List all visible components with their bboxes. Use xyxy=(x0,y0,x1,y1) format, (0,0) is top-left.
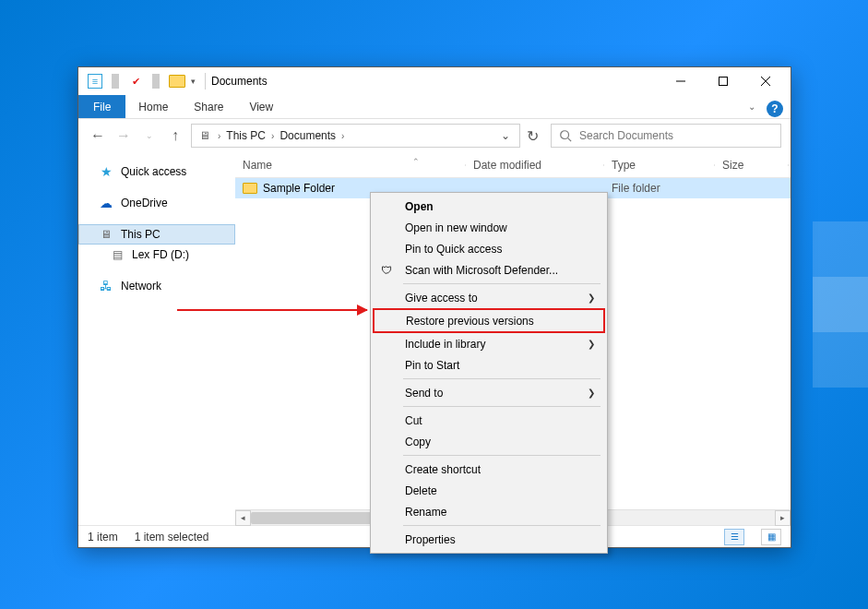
scroll-right-button[interactable]: ▸ xyxy=(775,510,791,526)
sidebar-item-onedrive[interactable]: ☁OneDrive xyxy=(78,193,235,213)
recent-dropdown[interactable]: ⌄ xyxy=(139,124,160,148)
window-title: Documents xyxy=(211,75,268,88)
sidebar-item-label: Lex FD (D:) xyxy=(132,248,189,261)
qat-properties-icon[interactable]: ≡ xyxy=(88,74,102,89)
sidebar-item-label: Network xyxy=(121,280,161,293)
ctx-create-shortcut[interactable]: Create shortcut xyxy=(374,459,604,480)
ctx-label: Send to xyxy=(405,387,443,400)
ctx-send-to[interactable]: Send to❯ xyxy=(374,382,604,403)
drive-icon: ▤ xyxy=(110,247,125,262)
help-button[interactable]: ? xyxy=(767,101,783,117)
ctx-separator xyxy=(403,406,600,407)
svg-line-5 xyxy=(568,138,572,142)
qat-sep xyxy=(112,74,119,89)
sidebar-item-label: Quick access xyxy=(121,165,186,178)
ribbon-expand-icon[interactable]: ⌄ xyxy=(741,95,763,118)
file-tab[interactable]: File xyxy=(78,95,125,118)
ctx-separator xyxy=(403,525,600,526)
refresh-button[interactable]: ↻ xyxy=(519,124,545,148)
pc-icon: 🖥 xyxy=(197,128,212,143)
col-date[interactable]: Date modified xyxy=(466,159,604,172)
search-icon xyxy=(559,129,572,142)
pc-icon: 🖥 xyxy=(99,227,113,242)
quick-access-toolbar: ≡ ✔ ▾ xyxy=(82,74,199,89)
ctx-label: Include in library xyxy=(405,338,485,351)
col-name-label: Name xyxy=(243,159,272,172)
star-icon: ★ xyxy=(99,164,113,179)
sidebar-item-drive-d[interactable]: ▤Lex FD (D:) xyxy=(78,245,235,265)
ctx-open[interactable]: Open xyxy=(374,196,604,217)
address-bar[interactable]: 🖥 › This PC › Documents › ⌄ xyxy=(191,124,520,148)
sidebar-item-this-pc[interactable]: 🖥This PC xyxy=(78,224,235,245)
col-size[interactable]: Size xyxy=(715,159,789,172)
ctx-label: Scan with Microsoft Defender... xyxy=(405,264,558,277)
status-item-count: 1 item xyxy=(88,531,118,543)
ctx-open-new-window[interactable]: Open in new window xyxy=(374,217,604,238)
context-menu: Open Open in new window Pin to Quick acc… xyxy=(370,192,608,554)
chevron-right-icon: ❯ xyxy=(588,339,595,349)
status-selected-count: 1 item selected xyxy=(135,531,209,543)
qat-sep xyxy=(152,74,160,89)
ctx-separator xyxy=(403,455,600,456)
ctx-separator xyxy=(403,378,600,379)
back-button[interactable]: ← xyxy=(88,124,108,148)
column-headers: Name⌃ Date modified Type Size xyxy=(235,152,791,178)
qat-check-icon[interactable]: ✔ xyxy=(128,74,143,89)
file-name: Sample Folder xyxy=(263,182,335,195)
tab-share[interactable]: Share xyxy=(181,95,236,118)
search-box[interactable]: Search Documents xyxy=(551,124,781,148)
ctx-separator xyxy=(403,283,600,284)
chevron-right-icon: ❯ xyxy=(588,388,595,398)
ctx-rename[interactable]: Rename xyxy=(374,501,604,522)
network-icon: 🖧 xyxy=(99,279,113,293)
ctx-give-access[interactable]: Give access to❯ xyxy=(374,287,604,308)
view-details-button[interactable]: ☰ xyxy=(724,529,744,545)
ctx-restore-previous-versions[interactable]: Restore previous versions xyxy=(375,310,603,331)
qat-folder-icon xyxy=(169,75,185,88)
nav-row: ← → ⌄ ↑ 🖥 › This PC › Documents › ⌄ ↻ Se… xyxy=(78,119,791,152)
qat-caret-icon[interactable]: ▾ xyxy=(191,77,196,86)
maximize-button[interactable] xyxy=(702,67,744,95)
cloud-icon: ☁ xyxy=(99,196,113,210)
col-type[interactable]: Type xyxy=(604,159,715,172)
ctx-pin-quick-access[interactable]: Pin to Quick access xyxy=(374,238,604,259)
navigation-pane: ★Quick access ☁OneDrive 🖥This PC ▤Lex FD… xyxy=(78,152,235,525)
ctx-pin-start[interactable]: Pin to Start xyxy=(374,354,604,376)
ctx-label: Give access to xyxy=(405,292,478,304)
sidebar-item-label: OneDrive xyxy=(121,197,168,209)
shield-icon: 🛡 xyxy=(379,263,394,278)
ctx-include-library[interactable]: Include in library❯ xyxy=(374,333,604,354)
tab-view[interactable]: View xyxy=(236,95,286,118)
sidebar-item-quick-access[interactable]: ★Quick access xyxy=(78,161,235,182)
chevron-right-icon: › xyxy=(212,131,226,141)
ctx-delete[interactable]: Delete xyxy=(374,480,604,501)
desktop-accent xyxy=(813,221,868,388)
ctx-cut[interactable]: Cut xyxy=(374,410,604,431)
chevron-right-icon: ❯ xyxy=(588,293,595,303)
svg-point-4 xyxy=(561,131,569,139)
chevron-right-icon: › xyxy=(336,131,350,141)
col-name[interactable]: Name⌃ xyxy=(235,159,466,172)
ctx-properties[interactable]: Properties xyxy=(374,529,604,550)
sort-indicator-icon: ⌃ xyxy=(412,157,420,166)
minimize-button[interactable] xyxy=(660,67,702,95)
ctx-copy[interactable]: Copy xyxy=(374,431,604,452)
ribbon: File Home Share View ⌄ ? xyxy=(78,95,791,119)
scroll-left-button[interactable]: ◂ xyxy=(235,510,251,526)
ctx-scan-defender[interactable]: 🛡Scan with Microsoft Defender... xyxy=(374,259,604,281)
title-divider xyxy=(205,73,206,90)
up-button[interactable]: ↑ xyxy=(165,124,185,148)
forward-button[interactable]: → xyxy=(113,124,134,148)
sidebar-item-network[interactable]: 🖧Network xyxy=(78,276,235,296)
file-type: File folder xyxy=(604,182,715,195)
folder-icon xyxy=(243,183,257,194)
view-thumbnails-button[interactable]: ▦ xyxy=(761,529,781,545)
crumb-documents[interactable]: Documents xyxy=(279,129,336,142)
sidebar-item-label: This PC xyxy=(121,228,161,241)
tab-home[interactable]: Home xyxy=(125,95,181,118)
address-history-caret[interactable]: ⌄ xyxy=(497,129,514,142)
svg-rect-1 xyxy=(719,78,728,86)
close-button[interactable] xyxy=(744,67,787,95)
title-bar: ≡ ✔ ▾ Documents xyxy=(78,67,791,95)
crumb-this-pc[interactable]: This PC xyxy=(226,129,266,142)
